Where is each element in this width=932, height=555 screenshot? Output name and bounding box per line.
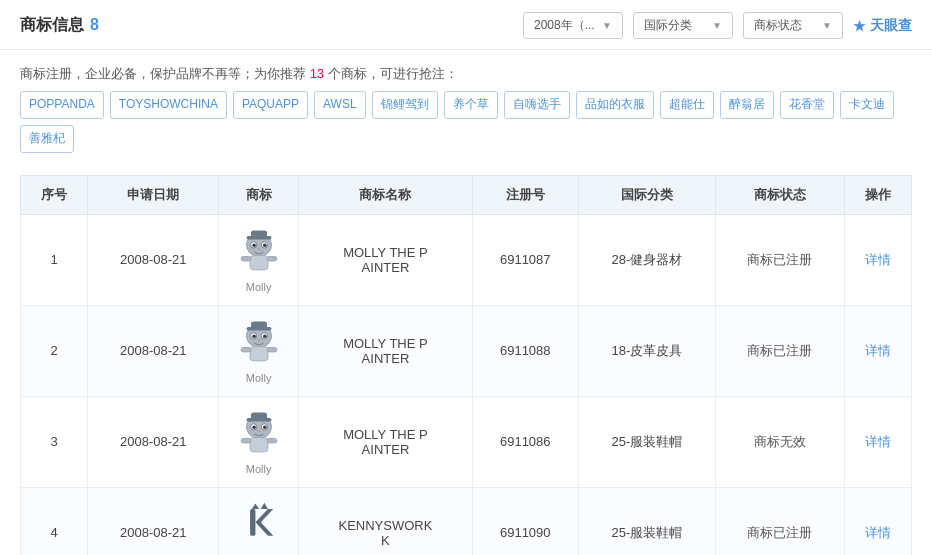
rec-tag[interactable]: POPPANDA xyxy=(20,91,104,119)
svg-point-6 xyxy=(263,243,267,247)
svg-rect-10 xyxy=(267,256,277,260)
table-row: 2 2008-08-21 Molly MOLLY THE PAINTER 691… xyxy=(21,305,912,396)
rec-tag[interactable]: 卡文迪 xyxy=(840,91,894,119)
year-dropdown-arrow: ▼ xyxy=(602,20,612,31)
rec-tag[interactable]: 自嗨选手 xyxy=(504,91,570,119)
status-dropdown-label: 商标状态 xyxy=(754,17,802,34)
brand-label: Molly xyxy=(246,372,272,384)
classification-dropdown[interactable]: 国际分类 ▼ xyxy=(633,12,733,39)
year-dropdown-label: 2008年（... xyxy=(534,17,595,34)
svg-point-28 xyxy=(263,425,267,429)
svg-point-5 xyxy=(252,243,256,247)
page-header: 商标信息 8 2008年（... ▼ 国际分类 ▼ 商标状态 ▼ ★ 天眼查 xyxy=(0,0,932,50)
status-dropdown[interactable]: 商标状态 ▼ xyxy=(743,12,843,39)
rec-tag[interactable]: TOYSHOWCHINA xyxy=(110,91,227,119)
detail-link[interactable]: 详情 xyxy=(865,343,891,358)
cell-date: 2008-08-21 xyxy=(88,305,219,396)
rec-tags: POPPANDATOYSHOWCHINAPAQUAPPAWSL锦鲤驾到养个草自嗨… xyxy=(20,91,912,152)
cell-reg-no: 6911086 xyxy=(472,396,578,487)
rec-tag[interactable]: 花香堂 xyxy=(780,91,834,119)
rec-tag[interactable]: 锦鲤驾到 xyxy=(372,91,438,119)
brand-label: Molly xyxy=(246,463,272,475)
rec-intro: 商标注册，企业必备，保护品牌不再等；为你推荐 xyxy=(20,66,306,81)
table-head: 序号 申请日期 商标 商标名称 注册号 国际分类 商标状态 操作 xyxy=(21,175,912,214)
svg-rect-32 xyxy=(267,438,277,442)
cell-trademark-name: KENNYSWORKK xyxy=(299,487,473,555)
rec-unit: 个商标，可进行抢注： xyxy=(328,66,458,81)
trademark-image: Molly xyxy=(227,318,290,384)
cell-reg-no: 6911088 xyxy=(472,305,578,396)
svg-marker-34 xyxy=(251,503,258,508)
svg-point-17 xyxy=(263,334,267,338)
table-row: 4 2008-08-21 kennyswork KENNYSWORKK 6911… xyxy=(21,487,912,555)
svg-rect-30 xyxy=(250,437,268,451)
table-body: 1 2008-08-21 Molly MOLLY THE PAINTER 691… xyxy=(21,214,912,555)
cell-date: 2008-08-21 xyxy=(88,487,219,555)
rec-count: 13 xyxy=(310,66,324,81)
cell-trademark-name: MOLLY THE PAINTER xyxy=(299,214,473,305)
cell-date: 2008-08-21 xyxy=(88,396,219,487)
cell-classification: 25-服装鞋帽 xyxy=(578,396,716,487)
rec-bar: 商标注册，企业必备，保护品牌不再等；为你推荐 13 个商标，可进行抢注： POP… xyxy=(0,50,932,165)
cell-trademark-name: MOLLY THE PAINTER xyxy=(299,305,473,396)
svg-point-29 xyxy=(257,430,260,433)
trademark-table: 序号 申请日期 商标 商标名称 注册号 国际分类 商标状态 操作 1 2008-… xyxy=(20,175,912,555)
svg-rect-20 xyxy=(241,347,251,351)
cell-trademark-img: Molly xyxy=(219,214,299,305)
detail-link[interactable]: 详情 xyxy=(865,252,891,267)
table-wrap: 序号 申请日期 商标 商标名称 注册号 国际分类 商标状态 操作 1 2008-… xyxy=(0,165,932,555)
cell-reg-no: 6911087 xyxy=(472,214,578,305)
cell-index: 3 xyxy=(21,396,88,487)
logo-text: 天眼查 xyxy=(870,17,912,35)
rec-tag[interactable]: 醉翁居 xyxy=(720,91,774,119)
col-name: 商标名称 xyxy=(299,175,473,214)
cell-status: 商标已注册 xyxy=(716,214,844,305)
cell-status: 商标无效 xyxy=(716,396,844,487)
page-count: 8 xyxy=(90,16,99,34)
status-dropdown-arrow: ▼ xyxy=(822,20,832,31)
svg-point-7 xyxy=(257,248,260,251)
rec-tag[interactable]: PAQUAPP xyxy=(233,91,308,119)
trademark-image: Molly xyxy=(227,227,290,293)
star-icon: ★ xyxy=(853,18,866,34)
svg-rect-21 xyxy=(267,347,277,351)
col-trademark: 商标 xyxy=(219,175,299,214)
svg-rect-9 xyxy=(241,256,251,260)
trademark-image: Molly xyxy=(227,409,290,475)
table-row: 3 2008-08-21 Molly MOLLY THE PAINTER 691… xyxy=(21,396,912,487)
cell-classification: 18-皮革皮具 xyxy=(578,305,716,396)
svg-rect-31 xyxy=(241,438,251,442)
detail-link[interactable]: 详情 xyxy=(865,525,891,540)
rec-tag[interactable]: 养个草 xyxy=(444,91,498,119)
cell-index: 4 xyxy=(21,487,88,555)
title-wrap: 商标信息 8 xyxy=(20,15,99,36)
rec-tag[interactable]: 品如的衣服 xyxy=(576,91,654,119)
header-controls: 2008年（... ▼ 国际分类 ▼ 商标状态 ▼ ★ 天眼查 xyxy=(523,12,912,39)
svg-point-27 xyxy=(252,425,256,429)
col-action: 操作 xyxy=(844,175,911,214)
cell-trademark-img: Molly xyxy=(219,396,299,487)
svg-rect-33 xyxy=(250,509,255,536)
cell-status: 商标已注册 xyxy=(716,305,844,396)
cell-action: 详情 xyxy=(844,487,911,555)
rec-tag[interactable]: 善雅杞 xyxy=(20,125,74,153)
year-dropdown[interactable]: 2008年（... ▼ xyxy=(523,12,623,39)
svg-rect-13 xyxy=(251,321,267,329)
rec-tag[interactable]: AWSL xyxy=(314,91,366,119)
col-class: 国际分类 xyxy=(578,175,716,214)
svg-rect-2 xyxy=(251,230,267,238)
svg-rect-19 xyxy=(250,346,268,360)
cell-reg-no: 6911090 xyxy=(472,487,578,555)
page-title: 商标信息 xyxy=(20,15,84,36)
detail-link[interactable]: 详情 xyxy=(865,434,891,449)
col-index: 序号 xyxy=(21,175,88,214)
rec-tag[interactable]: 超能仕 xyxy=(660,91,714,119)
cell-date: 2008-08-21 xyxy=(88,214,219,305)
cell-action: 详情 xyxy=(844,214,911,305)
cell-trademark-name: MOLLY THE PAINTER xyxy=(299,396,473,487)
classification-dropdown-label: 国际分类 xyxy=(644,17,692,34)
svg-marker-35 xyxy=(260,502,267,508)
cell-index: 1 xyxy=(21,214,88,305)
tianyancha-logo: ★ 天眼查 xyxy=(853,17,912,35)
cell-status: 商标已注册 xyxy=(716,487,844,555)
